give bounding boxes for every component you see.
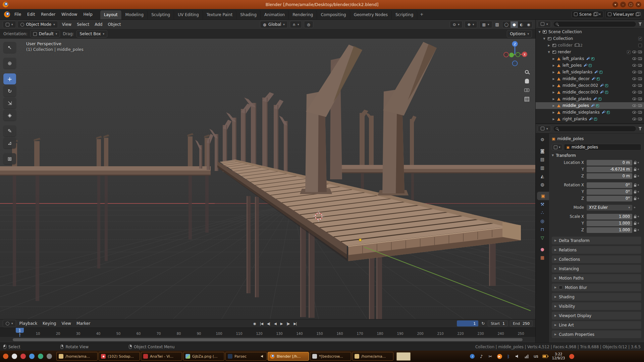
expand-icon[interactable]: ▶ bbox=[551, 77, 556, 80]
workspace-tab-rendering[interactable]: Rendering bbox=[289, 10, 317, 19]
taskbar-clock[interactable]: 3:22 12/9/23 bbox=[552, 352, 565, 361]
properties-tab-output[interactable]: ▤ bbox=[536, 155, 549, 164]
section-collections[interactable]: ▶Collections bbox=[552, 255, 641, 263]
frame-end-field[interactable]: End250 bbox=[510, 320, 533, 326]
tray-info-icon[interactable]: i bbox=[469, 353, 475, 359]
tool-annotate[interactable]: ✎ bbox=[3, 125, 16, 136]
taskbar-window-home-ama[interactable]: /home/ama... bbox=[352, 352, 393, 361]
animate-dot-icon[interactable] bbox=[638, 169, 639, 170]
expand-icon[interactable]: ▶ bbox=[551, 111, 556, 114]
tool-rotate[interactable]: ↻ bbox=[3, 85, 16, 97]
outliner-row-collection[interactable]: ▼Collection✓ bbox=[536, 35, 644, 42]
blender-menu-icon[interactable] bbox=[4, 11, 10, 17]
keyboard-layout-indicator[interactable]: us bbox=[534, 354, 538, 359]
field-value-y[interactable]: 1.000 bbox=[587, 221, 632, 226]
gizmo-y-negative[interactable] bbox=[516, 53, 520, 57]
viewport-menu-add[interactable]: Add bbox=[92, 21, 105, 28]
collapse-icon[interactable]: ▼ bbox=[546, 51, 551, 54]
lock-icon[interactable] bbox=[634, 191, 636, 193]
taskbar-window-parsec[interactable]: Parsec bbox=[225, 352, 267, 361]
tray-music-icon[interactable]: ♪ bbox=[478, 353, 484, 359]
outliner-row-left-planks[interactable]: ▶left_planks bbox=[536, 55, 644, 62]
jump-to-end-button[interactable]: ▶| bbox=[292, 321, 298, 326]
workspace-tab-uv-editing[interactable]: UV Editing bbox=[174, 10, 203, 19]
workspace-tab-compositing[interactable]: Compositing bbox=[317, 10, 350, 19]
orientation-dropdown[interactable]: Default▾ bbox=[30, 30, 60, 38]
camera-icon[interactable] bbox=[638, 91, 642, 94]
menu-help[interactable]: Help bbox=[80, 10, 95, 18]
timeline-scrollbar[interactable] bbox=[0, 337, 535, 343]
section-line-art[interactable]: ▶Line Art bbox=[552, 321, 641, 329]
taskbar-window-102-sodap[interactable]: (102) Sodap... bbox=[99, 352, 140, 361]
workspace-tab-shading[interactable]: Shading bbox=[236, 10, 261, 19]
camera-icon[interactable] bbox=[638, 84, 642, 87]
tool-move[interactable]: + bbox=[3, 73, 16, 84]
eye-icon[interactable] bbox=[632, 84, 636, 87]
properties-tab-physics[interactable]: ◎ bbox=[536, 217, 549, 225]
record-button[interactable]: ◉ bbox=[252, 321, 258, 326]
outliner-row-left-poles[interactable]: ▶left_poles bbox=[536, 62, 644, 69]
tool-add-cube[interactable]: ⊞ bbox=[3, 153, 16, 164]
expand-icon[interactable]: ▶ bbox=[551, 84, 556, 87]
section-delta-transform[interactable]: ▶Delta Transform bbox=[552, 237, 641, 244]
visibility-dropdown[interactable]: ⊙▾ bbox=[450, 21, 463, 28]
launcher-app-orange-icon[interactable] bbox=[2, 352, 10, 360]
outliner-row-middle-planks[interactable]: ▶middle_planks bbox=[536, 96, 644, 102]
eye-icon[interactable] bbox=[632, 77, 636, 80]
gizmo-z-axis[interactable]: Z bbox=[514, 43, 516, 46]
outliner-row-render[interactable]: ▼render✓ bbox=[536, 49, 644, 55]
window-menu-icon[interactable]: ▾ bbox=[612, 2, 618, 7]
lock-icon[interactable] bbox=[634, 230, 636, 232]
properties-tab-constraints[interactable]: ⊓ bbox=[536, 225, 549, 234]
new-scene-icon[interactable] bbox=[593, 13, 597, 16]
properties-tab-view-layer[interactable]: ▥ bbox=[536, 164, 549, 172]
gizmo-y-axis[interactable] bbox=[509, 53, 514, 57]
battery-icon[interactable] bbox=[542, 355, 548, 358]
properties-tab-scene[interactable]: ◭ bbox=[536, 172, 549, 180]
launcher-app-red-icon[interactable] bbox=[19, 352, 27, 360]
tool-scale[interactable]: ⇲ bbox=[3, 98, 16, 109]
transform-orientation-selector[interactable]: ◍Global▾ bbox=[260, 21, 287, 28]
properties-tab-texture[interactable]: ▦ bbox=[536, 253, 549, 262]
collapse-icon[interactable]: ▼ bbox=[542, 37, 547, 40]
workspace-tab-modeling[interactable]: Modeling bbox=[122, 10, 148, 19]
eye-icon[interactable] bbox=[632, 51, 636, 53]
expand-icon[interactable]: ▶ bbox=[551, 98, 556, 101]
new-viewlayer-icon[interactable] bbox=[636, 13, 639, 16]
taskbar-window-home-ama[interactable]: /home/ama... bbox=[56, 352, 98, 361]
timeline-menu-marker[interactable]: Marker bbox=[74, 320, 93, 327]
animate-dot-icon[interactable] bbox=[634, 207, 635, 208]
tool-transform[interactable]: ◈ bbox=[3, 110, 16, 121]
mode-selector[interactable]: Object Mode▾ bbox=[17, 21, 58, 28]
expand-icon[interactable]: ▶ bbox=[551, 104, 556, 107]
prev-keyframe-button[interactable]: ◀| bbox=[265, 321, 272, 326]
shading-solid-icon[interactable]: ● bbox=[511, 21, 518, 28]
properties-tab-modifiers[interactable]: ⚒ bbox=[536, 200, 549, 208]
menu-window[interactable]: Window bbox=[58, 10, 80, 18]
outliner-row-middle-decor-003[interactable]: ▶middle_decor.003 bbox=[536, 89, 644, 96]
camera-icon[interactable] bbox=[638, 111, 642, 114]
eye-icon[interactable] bbox=[632, 71, 636, 73]
section-viewport-display[interactable]: ▶Viewport Display bbox=[552, 312, 641, 319]
section-relations[interactable]: ▶Relations bbox=[552, 246, 641, 254]
animate-dot-icon[interactable] bbox=[638, 223, 639, 224]
outliner-row-scene-collection[interactable]: ▼Scene Collection bbox=[536, 28, 644, 35]
launcher-app-teal-icon[interactable] bbox=[37, 352, 45, 360]
viewlayer-selector[interactable]: ViewLayer bbox=[605, 11, 641, 18]
transform-panel-header[interactable]: ▼ Transform bbox=[549, 152, 644, 159]
camera-view-icon[interactable] bbox=[524, 88, 529, 92]
options-dropdown[interactable]: Options▾ bbox=[507, 30, 532, 38]
tray-play-icon[interactable]: ▶ bbox=[496, 353, 502, 359]
lock-icon[interactable] bbox=[634, 176, 636, 178]
filter-icon[interactable] bbox=[638, 22, 642, 26]
camera-icon[interactable] bbox=[638, 98, 642, 100]
tool-cursor[interactable]: ⊕ bbox=[3, 58, 16, 69]
timeline-menu-view[interactable]: View bbox=[59, 320, 73, 327]
jump-to-start-button[interactable]: |◀ bbox=[258, 321, 265, 326]
outliner-row-middle-decor-002[interactable]: ▶middle_decor.002 bbox=[536, 82, 644, 89]
field-value-z[interactable]: 0° bbox=[587, 196, 632, 201]
eye-icon[interactable] bbox=[632, 111, 636, 114]
animate-dot-icon[interactable] bbox=[638, 175, 639, 177]
properties-tab-material[interactable]: ● bbox=[536, 245, 549, 253]
gizmo-z-negative[interactable] bbox=[513, 61, 518, 66]
